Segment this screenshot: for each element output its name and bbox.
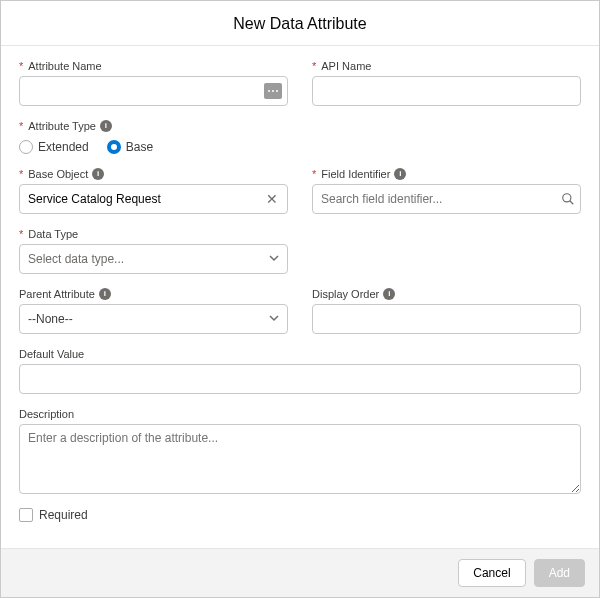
required-asterisk: *: [19, 120, 23, 132]
radio-extended[interactable]: Extended: [19, 140, 89, 154]
info-icon[interactable]: i: [100, 120, 112, 132]
svg-line-1: [570, 201, 574, 205]
api-name-input[interactable]: [312, 76, 581, 106]
required-asterisk: *: [312, 60, 316, 72]
display-order-label: Display Order i: [312, 288, 581, 300]
required-checkbox-row[interactable]: Required: [19, 508, 581, 522]
add-button[interactable]: Add: [534, 559, 585, 587]
cancel-button[interactable]: Cancel: [458, 559, 525, 587]
chevron-down-icon: [269, 252, 279, 266]
api-name-label: * API Name: [312, 60, 581, 72]
radio-icon: [19, 140, 33, 154]
modal-header: New Data Attribute: [1, 1, 599, 46]
svg-point-0: [563, 194, 571, 202]
required-asterisk: *: [19, 228, 23, 240]
info-icon[interactable]: i: [394, 168, 406, 180]
attribute-name-more-icon[interactable]: [264, 83, 282, 99]
attribute-name-input[interactable]: [19, 76, 288, 106]
default-value-input[interactable]: [19, 364, 581, 394]
radio-icon: [107, 140, 121, 154]
checkbox-icon: [19, 508, 33, 522]
modal-footer: Cancel Add: [1, 548, 599, 597]
field-identifier-label: * Field Identifier i: [312, 168, 581, 180]
info-icon[interactable]: i: [92, 168, 104, 180]
required-asterisk: *: [19, 60, 23, 72]
radio-base[interactable]: Base: [107, 140, 153, 154]
info-icon[interactable]: i: [383, 288, 395, 300]
modal-body: * Attribute Name * API Name: [1, 46, 599, 548]
attribute-name-label: * Attribute Name: [19, 60, 288, 72]
required-asterisk: *: [312, 168, 316, 180]
base-object-label: * Base Object i: [19, 168, 288, 180]
description-label: Description: [19, 408, 581, 420]
required-asterisk: *: [19, 168, 23, 180]
field-identifier-input[interactable]: [312, 184, 581, 214]
info-icon[interactable]: i: [99, 288, 111, 300]
display-order-input[interactable]: [312, 304, 581, 334]
required-label: Required: [39, 508, 88, 522]
parent-attribute-label: Parent Attribute i: [19, 288, 288, 300]
data-type-label: * Data Type: [19, 228, 288, 240]
base-object-input[interactable]: [19, 184, 288, 214]
data-type-select[interactable]: Select data type...: [19, 244, 288, 274]
description-textarea[interactable]: [19, 424, 581, 494]
attribute-type-label: * Attribute Type i: [19, 120, 581, 132]
modal-title: New Data Attribute: [1, 15, 599, 33]
default-value-label: Default Value: [19, 348, 581, 360]
chevron-down-icon: [269, 312, 279, 326]
new-data-attribute-modal: New Data Attribute * Attribute Name *: [0, 0, 600, 598]
parent-attribute-select[interactable]: --None--: [19, 304, 288, 334]
attribute-type-radio-group: Extended Base: [19, 140, 581, 154]
clear-icon[interactable]: ✕: [262, 191, 282, 207]
search-icon[interactable]: [561, 192, 575, 206]
